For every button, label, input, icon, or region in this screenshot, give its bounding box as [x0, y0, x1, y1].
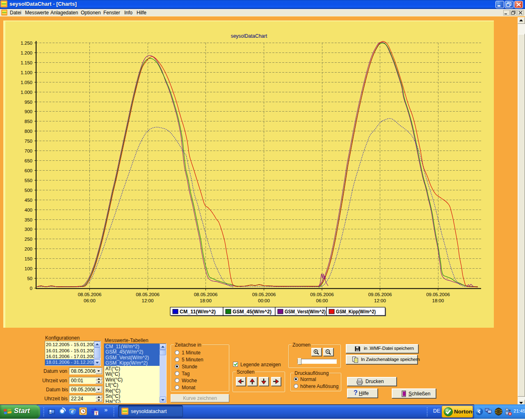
svg-text:350: 350 [25, 217, 32, 222]
svg-text:09.05.2006: 09.05.2006 [252, 292, 276, 297]
svg-text:550: 550 [25, 178, 32, 183]
svg-text:500: 500 [25, 188, 32, 193]
svg-text:1.050: 1.050 [21, 80, 32, 85]
svg-text:750: 750 [25, 139, 32, 144]
svg-text:800: 800 [25, 129, 32, 134]
svg-text:18:00: 18:00 [432, 298, 444, 303]
svg-text:08.05.2006: 08.05.2006 [194, 292, 218, 297]
svg-text:GSM_Kipp(W/m^2): GSM_Kipp(W/m^2) [336, 309, 376, 315]
svg-text:650: 650 [25, 158, 32, 163]
svg-text:150: 150 [25, 256, 32, 261]
svg-text:CM_11(W/m^2): CM_11(W/m^2) [180, 309, 216, 315]
svg-text:100: 100 [25, 266, 32, 271]
svg-text:GSM_45(W/m^2): GSM_45(W/m^2) [233, 309, 272, 315]
svg-text:200: 200 [25, 247, 32, 251]
svg-text:450: 450 [25, 198, 32, 203]
svg-text:seysolDataChart: seysolDataChart [231, 33, 267, 39]
svg-text:300: 300 [25, 227, 32, 232]
svg-text:06:00: 06:00 [316, 298, 328, 303]
svg-text:08.05.2006: 08.05.2006 [136, 292, 160, 297]
svg-text:0: 0 [30, 286, 32, 291]
svg-text:700: 700 [25, 148, 32, 153]
svg-text:T: T [95, 411, 98, 415]
svg-text:1.200: 1.200 [21, 50, 32, 55]
svg-text:1.100: 1.100 [21, 70, 32, 75]
svg-text:00:00: 00:00 [258, 298, 270, 303]
svg-text:950: 950 [25, 100, 32, 105]
svg-text:09.05.2006: 09.05.2006 [368, 292, 392, 297]
svg-text:1.150: 1.150 [21, 60, 32, 65]
svg-text:1.000: 1.000 [21, 90, 32, 95]
svg-text:12:00: 12:00 [142, 298, 154, 303]
svg-text:1.250: 1.250 [21, 41, 32, 46]
svg-text:850: 850 [25, 119, 32, 124]
svg-text:06:00: 06:00 [84, 298, 96, 303]
svg-text:18:00: 18:00 [200, 298, 212, 303]
svg-text:50: 50 [27, 276, 32, 281]
svg-text:400: 400 [25, 208, 32, 212]
svg-text:09.05.2006: 09.05.2006 [310, 292, 334, 297]
svg-text:12:00: 12:00 [374, 298, 386, 303]
svg-text:250: 250 [25, 237, 32, 242]
svg-text:900: 900 [25, 109, 32, 114]
svg-text:600: 600 [25, 168, 32, 173]
svg-text:09.05.2006: 09.05.2006 [426, 292, 450, 297]
svg-text:GSM_Verst(W/m^2): GSM_Verst(W/m^2) [285, 309, 326, 315]
svg-text:08.05.2006: 08.05.2006 [78, 292, 102, 297]
